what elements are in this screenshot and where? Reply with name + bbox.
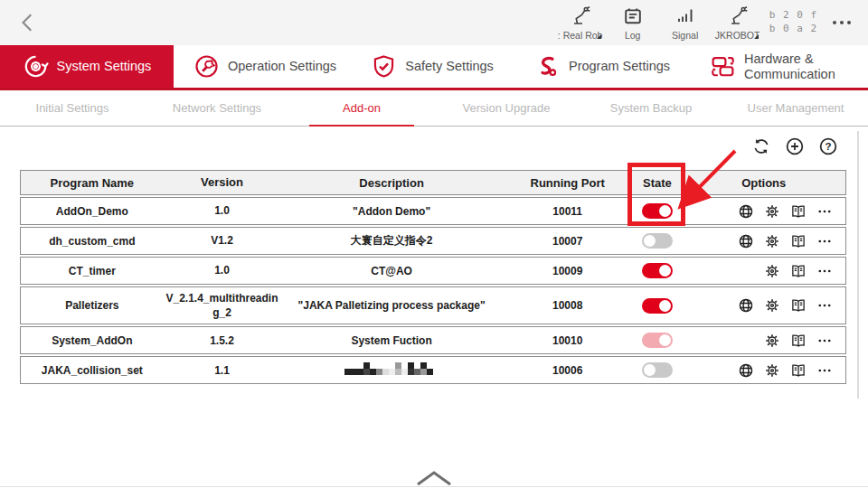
topbar-item-jkrobot[interactable]: JKROBOT [713,5,762,41]
dropdown-corner-icon [597,34,601,39]
subtab-network-settings[interactable]: Network Settings [145,90,289,126]
more-options-icon[interactable] [816,203,833,220]
tab-system-settings[interactable]: System Settings [0,45,174,88]
state-toggle[interactable] [642,203,673,219]
toggle-knob [659,300,671,312]
more-options-icon[interactable] [816,333,833,349]
book-icon[interactable] [790,362,807,379]
mosaic-cell [382,362,389,369]
topbar-item-real-rob[interactable]: : Real Rob [556,5,605,41]
globe-icon[interactable] [738,233,754,249]
mosaic-cell [357,362,363,369]
tab-label: Hardware & Communication [744,52,854,81]
cell-running-port: 10011 [503,202,633,221]
book-icon[interactable] [790,297,807,314]
cell-state [633,329,683,352]
screen: : Real RobLogSignalJKROBOT b 2 0 f b 0 a… [0,0,868,488]
more-options-icon[interactable] [816,233,833,249]
mosaic-cell [363,369,370,375]
mosaic-cell [395,362,401,369]
gear-icon[interactable] [764,233,780,249]
mosaic-cell [370,369,376,375]
cell-running-port: 10006 [503,361,633,380]
bottom-divider [0,486,868,487]
device-id: b 2 0 f b 0 a 2 [769,9,817,36]
globe-icon[interactable] [738,297,754,314]
cell-state [633,200,683,222]
refresh-button[interactable] [751,136,771,156]
subtab-user-management[interactable]: User Management [723,90,868,126]
table-toolbar: ? [751,136,838,156]
subtab-system-backup[interactable]: System Backup [579,90,723,126]
mosaic-cell [420,362,427,369]
topbar-item-label: Log [609,30,657,41]
mosaic-cell [401,369,408,375]
more-options-icon[interactable] [816,297,833,314]
gear-icon[interactable] [764,362,780,379]
more-options-icon[interactable] [816,362,833,379]
mosaic-cell [408,362,414,369]
mosaic-cell [427,362,433,369]
tab-hardware-communication[interactable]: Hardware & Communication [696,45,868,88]
back-button[interactable] [16,11,40,34]
tab-safety-settings[interactable]: Safety Settings [356,45,508,88]
robot-arm-icon [570,5,591,27]
cell-options [682,200,845,223]
tab-program-settings[interactable]: Program Settings [508,45,696,88]
cell-program-name: System_AddOn [21,331,164,351]
subtab-version-upgrade[interactable]: Version Upgrade [434,90,579,126]
state-toggle[interactable] [642,233,673,249]
mosaic-cell [420,369,427,375]
toggle-knob [659,265,671,277]
book-icon[interactable] [790,263,807,279]
expand-panel-button[interactable] [396,463,472,486]
redacted-description [344,362,439,375]
cell-description: System Fuction [280,331,502,351]
gear-icon[interactable] [764,263,780,279]
book-icon[interactable] [790,233,807,249]
mosaic-cell [414,362,420,369]
cell-state [633,230,683,252]
state-toggle[interactable] [642,263,673,278]
help-button[interactable]: ? [818,136,838,156]
svg-text:?: ? [825,141,831,152]
more-options-icon[interactable] [816,263,833,279]
scrollbar-track[interactable] [857,131,859,399]
more-menu-button[interactable] [826,9,857,36]
table-row: AddOn_Demo1.0"Addon Demo"10011 [20,197,846,225]
cell-running-port: 10009 [503,261,633,281]
add-addon-button[interactable] [785,136,805,156]
table-row: PalletizersV_2.1.4_multithreading_2"JAKA… [20,286,846,324]
globe-icon[interactable] [738,203,754,220]
table-row: System_AddOn1.5.2System Fuction10010 [20,326,846,354]
cell-running-port: 10008 [503,296,633,315]
state-toggle[interactable] [642,298,673,314]
mosaic-cell [389,362,395,369]
subtab-add-on[interactable]: Add-on [289,90,434,126]
toggle-knob [644,364,656,376]
subtab-initial-settings[interactable]: Initial Settings [0,90,145,126]
cell-state [633,359,683,381]
subtab-label: Add-on [343,101,381,115]
state-toggle[interactable] [642,333,673,348]
gear-icon[interactable] [764,203,780,220]
cell-options [682,359,845,382]
cell-description: 大寰自定义指令2 [280,230,502,252]
cell-running-port: 10010 [503,331,633,351]
mosaic-cell [433,362,439,369]
book-icon[interactable] [790,333,807,349]
mosaic-cell [357,369,363,375]
gear-icon[interactable] [764,333,780,349]
gear-icon[interactable] [764,297,780,314]
globe-icon[interactable] [738,362,754,379]
topbar-item-log[interactable]: Log [609,5,657,41]
topbar-item-signal[interactable]: Signal [661,5,710,41]
book-icon[interactable] [790,203,807,220]
mosaic-cell [427,369,433,375]
tab-operation-settings[interactable]: Operation Settings [174,45,356,88]
cell-state [633,259,683,282]
state-toggle[interactable] [642,362,673,378]
hardware-communication-icon [710,53,736,80]
device-id-line2: b 0 a 2 [769,23,817,36]
toggle-knob [659,334,671,346]
